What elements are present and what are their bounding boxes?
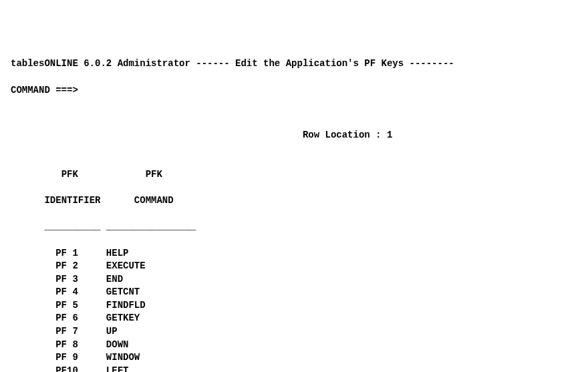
row-marker	[11, 365, 33, 372]
table-row: PF10 LEFT	[11, 365, 577, 372]
pfk-command: GETKEY	[106, 313, 140, 323]
command-line: COMMAND ===>	[11, 84, 577, 98]
row-marker	[11, 326, 33, 337]
pfk-identifier: PF 5	[55, 300, 95, 311]
col2-underline: ________________	[106, 221, 196, 232]
pfk-identifier: PF 3	[55, 274, 95, 285]
command-label: COMMAND ===>	[11, 85, 78, 96]
row-marker	[11, 274, 33, 285]
pfk-command: GETCNT	[106, 287, 140, 297]
table-header-line1: PFK PFK	[11, 168, 577, 182]
row-location-line: Row Location : 1	[11, 129, 577, 142]
row-marker	[11, 339, 33, 350]
table-row: PF 3 END	[11, 273, 577, 287]
pfk-command: EXECUTE	[106, 260, 146, 271]
pfk-identifier: PF 6	[55, 313, 95, 323]
col1-underline: __________	[44, 221, 100, 232]
table-header-line2: IDENTIFIER COMMAND	[11, 194, 577, 208]
row-location-label: Row Location :	[303, 130, 382, 140]
table-row: PF 2 EXECUTE	[11, 260, 577, 273]
row-marker	[11, 352, 33, 363]
table-row: PF 6 GETKEY	[11, 312, 577, 325]
title-sep-right: --------	[404, 58, 454, 69]
table-row: PF 4 GETCNT	[11, 286, 577, 299]
title-sep-mid: ------	[190, 58, 235, 69]
table-body: PF 1 HELP PF 2 EXECUTE PF 3 END PF 4 GET…	[11, 247, 577, 373]
col1-header-line1: PFK	[61, 169, 78, 180]
pfk-identifier: PF 1	[55, 248, 95, 258]
row-marker	[11, 260, 33, 271]
table-row: PF 9 WINDOW	[11, 351, 577, 365]
row-marker	[11, 287, 33, 297]
pfk-identifier: PF 8	[55, 339, 95, 350]
pfk-command: END	[106, 274, 123, 285]
table-row: PF 8 DOWN	[11, 339, 577, 352]
row-location-value: 1	[387, 130, 392, 140]
row-marker	[11, 248, 33, 258]
col1-header-line2: IDENTIFIER	[44, 195, 100, 206]
screen-title: tablesONLINE 6.0.2 Administrator ------ …	[11, 57, 577, 71]
pfk-identifier: PF 2	[55, 260, 95, 271]
col2-header-line2: COMMAND	[134, 195, 174, 206]
table-row: PF 5 FINDFLD	[11, 299, 577, 313]
pfk-identifier: PF 4	[55, 287, 95, 297]
command-input[interactable]	[84, 84, 420, 96]
pfk-command: FINDFLD	[106, 300, 146, 311]
col2-header-line1: PFK	[146, 169, 162, 180]
table-row: PF 7 UP	[11, 325, 577, 339]
pfk-command: HELP	[106, 248, 129, 258]
pfk-command: LEFT	[106, 365, 129, 372]
pfk-identifier: PF 7	[55, 326, 95, 337]
table-row: PF 1 HELP	[11, 247, 577, 260]
row-marker	[11, 300, 33, 311]
pfk-command: WINDOW	[106, 352, 140, 363]
pfk-command: DOWN	[106, 339, 129, 350]
table-underline: __________ ________________	[11, 220, 577, 234]
pfk-identifier: PF 9	[55, 352, 95, 363]
row-marker	[11, 313, 33, 323]
pfk-identifier: PF10	[55, 365, 95, 372]
pfk-command: UP	[106, 326, 118, 337]
title-app: tablesONLINE 6.0.2 Administrator	[11, 58, 190, 69]
title-screen: Edit the Application's PF Keys	[235, 58, 404, 69]
